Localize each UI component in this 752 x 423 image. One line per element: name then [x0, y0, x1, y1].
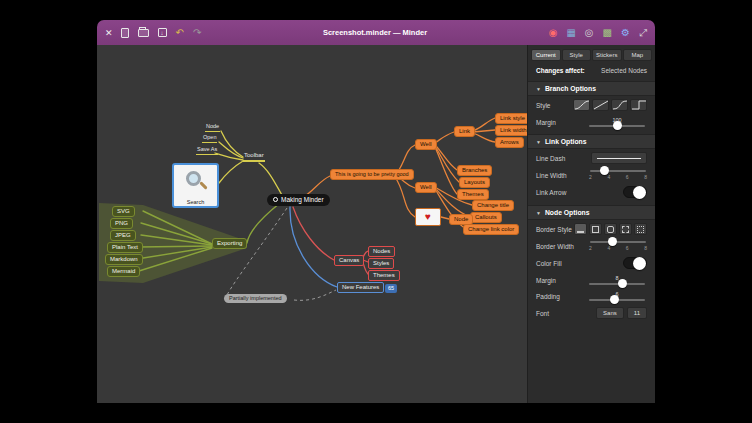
changes-affect-dropdown[interactable]: Selected Nodes	[601, 67, 647, 74]
node-new-features[interactable]: New Features	[337, 282, 384, 293]
tick: 8	[644, 174, 647, 180]
node-exporting[interactable]: Exporting	[212, 238, 247, 249]
node-label: Making Minder	[281, 196, 324, 204]
node-open-leaf[interactable]: Open	[202, 134, 217, 143]
node-themes-2[interactable]: Themes	[368, 270, 400, 281]
search-icon[interactable]: ◎	[585, 28, 594, 38]
line-width-slider[interactable]	[590, 170, 646, 172]
yellow-edges	[215, 131, 283, 197]
border-style-dashed-button[interactable]	[619, 223, 632, 235]
border-width-label: Border Width	[536, 243, 574, 250]
font-size-spinner[interactable]: 11	[627, 307, 647, 319]
node-count-badge: 65	[385, 284, 397, 293]
solid-line-preview	[597, 158, 641, 159]
font-family-button[interactable]: Sans	[596, 307, 624, 319]
blue-edges	[290, 207, 337, 287]
fullscreen-icon[interactable]: ⤢	[639, 28, 647, 38]
heart-icon: ♥	[425, 212, 431, 222]
node-save-as-leaf[interactable]: Save As	[196, 146, 218, 155]
link-options-header[interactable]: ▼ Link Options	[528, 134, 655, 149]
titlebar: ✕ ↓ ↶ ↷ Screenshot.minder — Minder ◉ ▦ ◎…	[97, 20, 655, 45]
node-callouts[interactable]: Callouts	[470, 212, 502, 223]
node-jpeg[interactable]: JPEG	[110, 230, 136, 241]
node-making-minder[interactable]: Making Minder	[267, 194, 330, 206]
expander-icon: ▼	[536, 210, 541, 216]
node-png[interactable]: PNG	[110, 218, 133, 229]
link-arrow-label: Link Arrow	[536, 189, 566, 196]
magnifier-icon	[186, 171, 208, 193]
node-markdown[interactable]: Markdown	[105, 254, 143, 265]
new-document-icon[interactable]	[121, 28, 129, 38]
link-arrow-toggle[interactable]	[623, 186, 647, 198]
node-pretty-good[interactable]: This is going to be pretty good	[330, 169, 414, 180]
tick: 4	[607, 245, 610, 251]
tab-stickers[interactable]: Stickers	[592, 49, 622, 61]
node-styles[interactable]: Styles	[368, 258, 394, 269]
save-icon[interactable]: ↓	[158, 28, 167, 37]
node-options-header[interactable]: ▼ Node Options	[528, 205, 655, 220]
open-folder-icon[interactable]	[138, 29, 149, 37]
color-fill-label: Color Fill	[536, 260, 562, 267]
toolbar-right: ◉ ▦ ◎ ▩ ⚙ ⤢	[549, 28, 647, 38]
branch-margin-slider[interactable]	[589, 125, 645, 127]
node-heart-image[interactable]: ♥	[415, 208, 441, 226]
border-width-slider[interactable]	[590, 241, 646, 243]
branch-style-square-button[interactable]	[630, 99, 647, 111]
node-padding-slider[interactable]	[589, 299, 645, 301]
border-style-dotted-button[interactable]	[634, 223, 647, 235]
branch-style-elbow-button[interactable]	[611, 99, 628, 111]
branch-style-buttons	[573, 99, 647, 111]
undo-icon[interactable]: ↶	[176, 28, 184, 38]
node-arrows[interactable]: Arrows	[495, 137, 524, 148]
sticker-grid-icon[interactable]: ▩	[603, 28, 612, 38]
node-themes[interactable]: Themes	[457, 189, 489, 200]
app-window: ✕ ↓ ↶ ↷ Screenshot.minder — Minder ◉ ▦ ◎…	[97, 20, 655, 403]
branch-style-curved-button[interactable]	[573, 99, 590, 111]
node-change-link-color[interactable]: Change link color	[463, 224, 519, 235]
node-plain-text[interactable]: Plain Text	[107, 242, 143, 253]
tick: 6	[626, 245, 629, 251]
line-dash-dropdown[interactable]	[591, 152, 647, 164]
node-well-2[interactable]: Well	[415, 182, 437, 193]
node-nodes[interactable]: Nodes	[368, 246, 395, 257]
node-partially-implemented[interactable]: Partially implemented	[224, 294, 287, 303]
border-width-ticks: 2 4 6 8	[589, 245, 647, 251]
node-change-title[interactable]: Change title	[472, 200, 514, 211]
border-style-rounded-button[interactable]	[604, 223, 617, 235]
border-style-buttons	[574, 223, 647, 235]
node-toolbar[interactable]: Toolbar	[243, 152, 265, 162]
tick: 6	[626, 174, 629, 180]
display-icon[interactable]: ▦	[566, 28, 575, 38]
border-style-solid-button[interactable]	[589, 223, 602, 235]
border-style-underline-button[interactable]	[574, 223, 587, 235]
node-mermaid[interactable]: Mermaid	[107, 266, 140, 277]
node-heart-label[interactable]: Node	[449, 214, 473, 225]
node-node-leaf[interactable]: Node	[205, 123, 220, 132]
tab-current[interactable]: Current	[531, 49, 561, 61]
node-svg[interactable]: SVG	[112, 206, 135, 217]
color-fill-toggle[interactable]	[623, 257, 647, 269]
branch-style-straight-button[interactable]	[592, 99, 609, 111]
settings-icon[interactable]: ⚙	[621, 28, 630, 38]
node-link[interactable]: Link	[454, 126, 475, 137]
tick: 8	[644, 245, 647, 251]
tab-map[interactable]: Map	[623, 49, 653, 61]
node-link-style[interactable]: Link style	[495, 113, 527, 124]
expander-icon: ▼	[536, 139, 541, 145]
node-search-image[interactable]: Search	[172, 163, 219, 208]
tab-style[interactable]: Style	[562, 49, 592, 61]
node-branches[interactable]: Branches	[457, 165, 492, 176]
record-icon[interactable]: ◉	[549, 28, 558, 38]
section-title: Branch Options	[545, 85, 596, 92]
node-canvas[interactable]: Canvas	[334, 255, 364, 266]
tick: 2	[589, 174, 592, 180]
node-link-width[interactable]: Link width	[495, 125, 527, 136]
close-icon[interactable]: ✕	[105, 28, 113, 38]
redo-icon[interactable]: ↷	[193, 28, 201, 38]
node-well-1[interactable]: Well	[415, 139, 437, 150]
node-margin-slider[interactable]	[589, 283, 645, 285]
toggle-knob	[633, 186, 646, 199]
branch-options-header[interactable]: ▼ Branch Options	[528, 81, 655, 96]
mindmap-canvas[interactable]: Node Open Save As Toolbar Search Making …	[97, 45, 527, 403]
node-layouts[interactable]: Layouts	[459, 177, 490, 188]
